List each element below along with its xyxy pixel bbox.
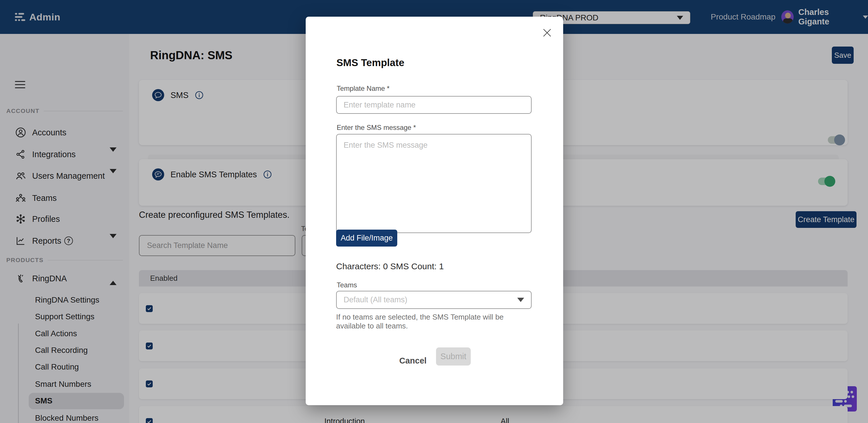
teams-select[interactable]: Default (All teams) [336, 291, 532, 309]
sms-message-label: Enter the SMS message * [337, 123, 416, 132]
sms-message-textarea[interactable] [336, 134, 532, 233]
add-file-image-button[interactable]: Add File/Image [336, 230, 397, 247]
cancel-button[interactable]: Cancel [398, 356, 428, 366]
character-count: Characters: 0 SMS Count: 1 [336, 261, 444, 271]
template-name-label: Template Name * [337, 84, 390, 92]
sms-template-modal: SMS Template Template Name * Enter the S… [306, 17, 563, 405]
template-name-input[interactable] [336, 96, 532, 114]
teams-label: Teams [337, 281, 357, 289]
modal-title: SMS Template [336, 57, 404, 68]
submit-button[interactable]: Submit [436, 347, 471, 366]
chevron-down-icon [517, 298, 524, 302]
teams-helper-text: If no teams are selected, the SMS Templa… [336, 313, 534, 331]
close-icon[interactable] [542, 28, 552, 39]
